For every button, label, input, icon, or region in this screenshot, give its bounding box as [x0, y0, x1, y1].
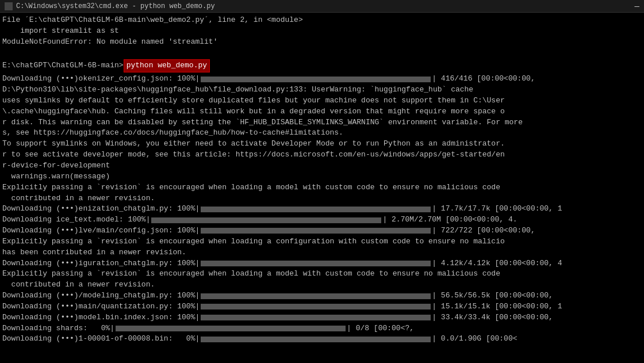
terminal-line: warnings.warn(message) [2, 171, 642, 182]
command-highlight: python web_demo.py [124, 59, 210, 72]
terminal-line: s, see https://huggingface.co/docs/huggi… [2, 128, 642, 139]
progress-line: Downloading (•••)enization_chatglm.py: 1… [2, 204, 642, 215]
progress-line: Downloading (•••)1-00001-of-00008.bin: 0… [2, 334, 642, 345]
progress-label: Downloading (•••)model.bin.index.json: 1… [2, 312, 200, 323]
progress-info: | 56.5k/56.5k [00:00<00:00, [432, 291, 553, 301]
progress-bar-container [151, 217, 381, 223]
progress-label: Downloading (•••)iguration_chatglm.py: 1… [2, 258, 200, 269]
prompt-line: E:\chatGPT\ChatGLM-6B-main>python web_de… [2, 59, 642, 72]
blank-line [2, 48, 642, 59]
progress-bar-container [201, 293, 431, 299]
progress-line: Downloading (•••)iguration_chatglm.py: 1… [2, 258, 642, 269]
terminal-body: File ´E:\chatGPT\ChatGLM-6B-main\web_dem… [0, 13, 644, 363]
progress-label: Downloading (•••)okenizer_config.json: 1… [2, 74, 200, 85]
progress-label: Downloading (•••)1-00001-of-00008.bin: 0… [2, 334, 200, 345]
terminal-line: To support symlinks on Windows, you eith… [2, 139, 642, 150]
window-title: C:\Windows\system32\cmd.exe - python web… [16, 2, 215, 10]
progress-bar-container [201, 207, 431, 212]
terminal-line: D:\Python310\lib\site-packages\huggingfa… [2, 85, 642, 95]
progress-info: | 15.1k/15.1k [00:00<00:00, 1 [432, 301, 562, 312]
terminal-line: contributed in a newer revision. [2, 280, 642, 291]
progress-bar-container [201, 337, 431, 342]
terminal-line: r-device-for-development [2, 161, 642, 171]
cmd-icon [5, 2, 13, 10]
progress-info: | 17.7k/17.7k [00:00<00:00, 1 [432, 204, 562, 215]
progress-bar-container [201, 228, 431, 234]
progress-line: Downloading (•••)main/quantization.py: 1… [2, 301, 642, 312]
progress-info: | 33.4k/33.4k [00:00<00:00, [432, 312, 553, 323]
progress-label: Downloading ice_text.model: 100%| [2, 215, 150, 226]
progress-label: Downloading (•••)lve/main/config.json: 1… [2, 226, 200, 236]
terminal-line: uses symlinks by default to efficiently … [2, 95, 642, 106]
progress-line: Downloading (•••)lve/main/config.json: 1… [2, 226, 642, 236]
terminal-line: Explicitly passing a `revision` is encou… [2, 182, 642, 193]
progress-bar-container [201, 261, 431, 266]
terminal-line: \.cache\huggingface\hub. Caching files w… [2, 106, 642, 117]
progress-bar-container [201, 304, 431, 309]
progress-line: Downloading (•••)/modeling_chatglm.py: 1… [2, 291, 642, 301]
terminal-line: Explicitly passing a `revision` is encou… [2, 269, 642, 280]
progress-line: Downloading shards: 0%|| 0/8 [00:00<?, [2, 323, 642, 334]
minimize-button[interactable]: — [635, 2, 639, 11]
terminal-line: ModuleNotFoundError: No module named 'st… [2, 37, 642, 48]
terminal-line: r to see activate developer mode, see th… [2, 150, 642, 161]
terminal-line: r disk. This warning can be disabled by … [2, 117, 642, 128]
progress-line: Downloading ice_text.model: 100%|| 2.70M… [2, 215, 642, 226]
progress-label: Downloading (•••)/modeling_chatglm.py: 1… [2, 291, 200, 301]
progress-info: | 722/722 [00:00<00:00, [432, 226, 535, 236]
title-bar-left: C:\Windows\system32\cmd.exe - python web… [5, 2, 215, 10]
progress-bar-container [201, 315, 431, 320]
progress-info: | 2.70M/2.70M [00:00<00:00, 4. [382, 215, 517, 226]
progress-info: | 4.12k/4.12k [00:00<00:00, 4 [432, 258, 562, 269]
progress-info: | 0.0/1.90G [00:00< [432, 334, 517, 345]
progress-bar-container [116, 326, 346, 331]
prompt-path: E:\chatGPT\ChatGLM-6B-main> [2, 60, 124, 71]
progress-label: Downloading shards: 0%| [2, 323, 114, 334]
terminal-line: File ´E:\chatGPT\ChatGLM-6B-main\web_dem… [2, 15, 642, 26]
progress-line: Downloading (•••)model.bin.index.json: 1… [2, 312, 642, 323]
terminal-line: has been contributed in a newer revision… [2, 247, 642, 258]
progress-info: | 0/8 [00:00<?, [347, 323, 414, 334]
title-bar: C:\Windows\system32\cmd.exe - python web… [0, 0, 644, 13]
terminal-line: contributed in a newer revision. [2, 193, 642, 204]
progress-label: Downloading (•••)main/quantization.py: 1… [2, 301, 200, 312]
terminal-line: Explicitly passing a `revision` is encou… [2, 236, 642, 247]
progress-line: Downloading (•••)okenizer_config.json: 1… [2, 74, 642, 85]
progress-bar-container [201, 77, 431, 82]
progress-label: Downloading (•••)enization_chatglm.py: 1… [2, 204, 200, 215]
progress-info: | 416/416 [00:00<00:00, [432, 74, 535, 85]
terminal-line: import streamlit as st [2, 26, 642, 37]
